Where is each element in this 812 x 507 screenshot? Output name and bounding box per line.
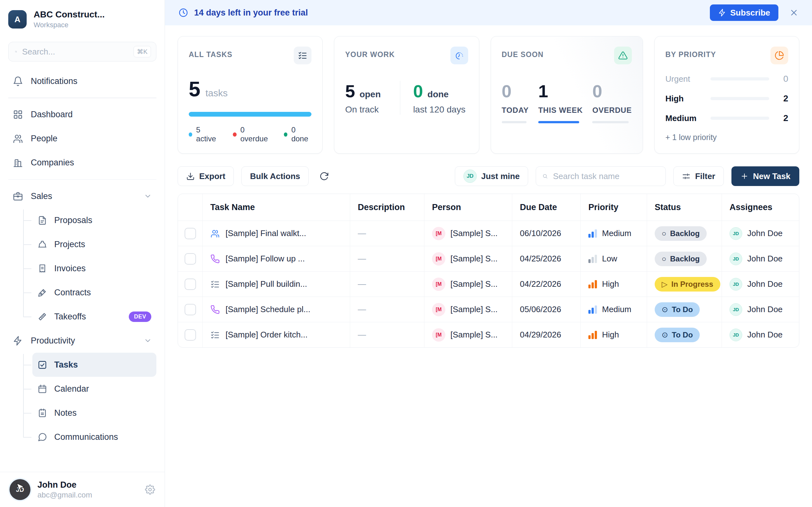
- productivity-children: Tasks Calendar Notes Communications: [8, 353, 156, 449]
- subscribe-button[interactable]: Subscribe: [710, 4, 778, 21]
- table-row[interactable]: [Sample] Pull buildin... — [M[Sample] S.…: [178, 271, 799, 297]
- sidebar-section-sales[interactable]: Sales: [8, 184, 156, 208]
- document-icon: [38, 216, 47, 225]
- search-icon: [15, 47, 17, 56]
- mouse-cursor-icon: [14, 482, 27, 494]
- sidebar-search[interactable]: ⌘K: [8, 42, 156, 61]
- status-badge[interactable]: To Do: [655, 328, 700, 342]
- close-icon[interactable]: [789, 8, 799, 17]
- row-checkbox[interactable]: [185, 329, 196, 341]
- chevron-down-icon: [144, 337, 152, 345]
- export-button[interactable]: Export: [177, 166, 234, 186]
- chevron-down-icon: [144, 192, 152, 200]
- due-date-cell: 05/06/2026: [512, 297, 580, 322]
- new-task-button[interactable]: New Task: [731, 166, 799, 186]
- alert-triangle-icon: [614, 47, 632, 64]
- hardhat-icon: [38, 239, 47, 249]
- assignee-avatar: JD: [729, 303, 742, 316]
- table-header: Task Name Description Person Due Date Pr…: [178, 194, 799, 221]
- sidebar-search-input[interactable]: [22, 47, 129, 57]
- grid-icon: [13, 109, 23, 120]
- row-checkbox[interactable]: [185, 228, 196, 239]
- task-search-input[interactable]: [553, 171, 659, 181]
- status-badge[interactable]: To Do: [655, 302, 700, 317]
- col-assignees[interactable]: Assignees: [722, 194, 799, 221]
- status-badge[interactable]: Backlog: [655, 251, 707, 266]
- priority-bars-icon: [589, 331, 597, 339]
- sidebar-item-communications[interactable]: Communications: [32, 425, 156, 449]
- just-mine-toggle[interactable]: JD Just mine: [455, 166, 528, 186]
- briefcase-icon: [13, 191, 23, 202]
- table-row[interactable]: [Sample] Schedule pl... — [M[Sample] S..…: [178, 297, 799, 322]
- sidebar-item-dashboard[interactable]: Dashboard: [8, 103, 156, 127]
- priority-footnote: + 1 low priority: [665, 133, 788, 142]
- plus-icon: [740, 172, 749, 180]
- status-badge[interactable]: In Progress: [655, 277, 720, 291]
- divider: [8, 98, 156, 98]
- sidebar-item-calendar[interactable]: Calendar: [32, 377, 156, 401]
- user-profile[interactable]: JD John Doe abc@gmail.com: [0, 472, 165, 507]
- trial-banner: 14 days left in your free trial Subscrib…: [165, 0, 812, 25]
- sidebar-item-people[interactable]: People: [8, 127, 156, 151]
- table-row[interactable]: [Sample] Final walkt... — [M[Sample] S..…: [178, 221, 799, 246]
- open-subtext: On track: [345, 105, 400, 115]
- done-subtext: last 120 days: [413, 105, 468, 115]
- card-all-tasks: ALL TASKS 5 tasks 5 active 0 overdue 0 d…: [177, 36, 322, 154]
- user-email: abc@gmail.com: [38, 491, 92, 499]
- due-today: 0 TODAY: [502, 81, 529, 123]
- sidebar-section-productivity[interactable]: Productivity: [8, 329, 156, 353]
- all-tasks-count: 5: [189, 77, 200, 101]
- assignee-avatar: JD: [729, 252, 742, 265]
- workspace-logo: A: [8, 10, 27, 29]
- col-priority[interactable]: Priority: [580, 194, 647, 221]
- priority-bars-icon: [589, 229, 597, 238]
- filter-button[interactable]: Filter: [673, 166, 724, 186]
- sidebar-item-notes[interactable]: Notes: [32, 401, 156, 425]
- card-title: DUE SOON: [502, 47, 544, 59]
- ruler-icon: [38, 312, 47, 322]
- row-checkbox[interactable]: [185, 253, 196, 265]
- priority-row-medium: Medium 2: [665, 113, 788, 123]
- search-shortcut-badge: ⌘K: [134, 46, 151, 57]
- check-square-icon: [38, 360, 47, 370]
- sidebar-item-takeoffs[interactable]: Takeoffs DEV: [32, 304, 156, 329]
- calendar-icon: [38, 384, 47, 394]
- person-avatar: [M: [432, 278, 445, 291]
- refresh-button[interactable]: [316, 168, 332, 184]
- gear-icon[interactable]: [145, 485, 155, 495]
- sidebar-item-contracts[interactable]: Contracts: [32, 280, 156, 304]
- sidebar-item-tasks[interactable]: Tasks: [32, 353, 156, 377]
- col-person[interactable]: Person: [424, 194, 512, 221]
- building-icon: [13, 158, 23, 168]
- sidebar-item-invoices[interactable]: Invoices: [32, 257, 156, 280]
- table-row[interactable]: [Sample] Follow up ... — [M[Sample] S...…: [178, 246, 799, 271]
- lightning-icon: [13, 336, 23, 346]
- sidebar-item-notifications[interactable]: Notifications: [8, 69, 156, 93]
- workspace-switcher[interactable]: A ABC Construct... Workspace: [0, 0, 165, 31]
- sidebar-item-companies[interactable]: Companies: [8, 151, 156, 175]
- workspace-type: Workspace: [34, 21, 105, 29]
- status-badge[interactable]: Backlog: [655, 226, 707, 241]
- user-name: John Doe: [38, 480, 92, 490]
- table-row[interactable]: [Sample] Order kitch... — [M[Sample] S..…: [178, 322, 799, 347]
- col-due-date[interactable]: Due Date: [512, 194, 580, 221]
- assignee-avatar: JD: [729, 329, 742, 341]
- col-status[interactable]: Status: [647, 194, 722, 221]
- priority-bars-icon: [589, 280, 597, 288]
- row-checkbox[interactable]: [185, 304, 196, 315]
- sidebar-item-proposals[interactable]: Proposals: [32, 208, 156, 232]
- workspace-name: ABC Construct...: [34, 9, 105, 20]
- row-checkbox[interactable]: [185, 279, 196, 290]
- priority-bars-icon: [589, 305, 597, 314]
- priority-row-high: High 2: [665, 94, 788, 104]
- card-due-soon: DUE SOON 0 TODAY 1 THIS WEEK 0: [491, 36, 643, 154]
- sidebar-item-projects[interactable]: Projects: [32, 232, 156, 257]
- done-count: 0: [413, 81, 423, 101]
- due-date-cell: 06/10/2026: [512, 221, 580, 246]
- checklist-icon: [294, 47, 311, 64]
- clock-icon: [178, 8, 189, 18]
- bulk-actions-button[interactable]: Bulk Actions: [241, 166, 309, 186]
- task-search[interactable]: [536, 166, 666, 186]
- col-task-name[interactable]: Task Name: [202, 194, 350, 221]
- col-description[interactable]: Description: [350, 194, 424, 221]
